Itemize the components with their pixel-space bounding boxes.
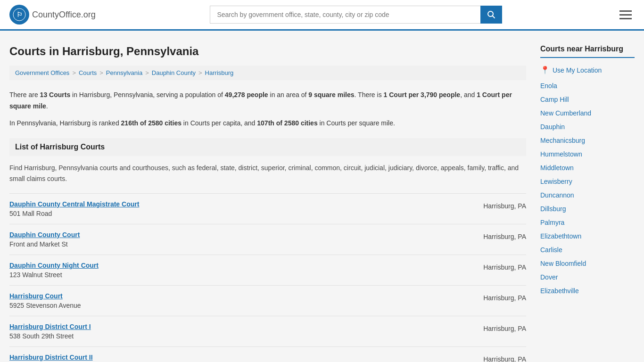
- nearby-city-link[interactable]: Camp Hill: [540, 95, 635, 105]
- court-city: Harrisburg, PA: [483, 231, 526, 240]
- court-link[interactable]: Harrisburg Court: [9, 292, 63, 300]
- use-location: 📍 Use My Location: [540, 66, 635, 74]
- court-city: Harrisburg, PA: [483, 262, 526, 271]
- nearby-city-link[interactable]: Middletown: [540, 163, 635, 173]
- stats-text-2: In Pennsylvania, Harrisburg is ranked 21…: [9, 118, 526, 129]
- search-bar: [210, 6, 502, 24]
- court-name: Dauphin County Night Court 123 Walnut St…: [9, 262, 99, 279]
- search-input[interactable]: [210, 6, 480, 24]
- court-name: Harrisburg District Court I 538 South 29…: [9, 323, 91, 340]
- use-location-link[interactable]: Use My Location: [553, 66, 602, 74]
- court-address: 123 Walnut Street: [9, 271, 99, 279]
- breadcrumb-sep-3: >: [145, 69, 149, 76]
- breadcrumb-sep-2: >: [99, 69, 103, 76]
- list-description: Find Harrisburg, Pennsylvania courts and…: [9, 163, 526, 184]
- nearby-city-link[interactable]: Enola: [540, 81, 635, 91]
- court-link[interactable]: Harrisburg District Court I: [9, 323, 91, 330]
- court-name: Harrisburg Court 5925 Stevenson Avenue: [9, 292, 81, 309]
- sidebar-title: Courts near Harrisburg: [540, 45, 635, 58]
- court-name: Dauphin County Central Magistrate Court …: [9, 200, 139, 217]
- court-count: 13 Courts: [40, 91, 71, 99]
- court-address: 5925 Stevenson Avenue: [9, 302, 81, 309]
- logo: ⚐ CountyOffice.org: [9, 5, 96, 25]
- court-item: Harrisburg Court 5925 Stevenson Avenue H…: [9, 285, 526, 316]
- court-row: Dauphin County Central Magistrate Court …: [9, 200, 526, 217]
- breadcrumb-link-3[interactable]: Pennsylvania: [106, 69, 142, 76]
- nearby-city-link[interactable]: Duncannon: [540, 190, 635, 200]
- court-item: Dauphin County Night Court 123 Walnut St…: [9, 255, 526, 285]
- main-container: Courts in Harrisburg, Pennsylvania Gover…: [0, 31, 644, 362]
- nearby-city-link[interactable]: Mechanicsburg: [540, 136, 635, 146]
- nearby-city-link[interactable]: Dover: [540, 272, 635, 282]
- breadcrumb-link-5[interactable]: Harrisburg: [205, 69, 234, 76]
- content-area: Courts in Harrisburg, Pennsylvania Gover…: [9, 45, 526, 362]
- rank-capita: 216th of 2580 cities: [121, 119, 182, 127]
- svg-text:⚐: ⚐: [17, 11, 23, 18]
- court-item: Harrisburg District Court II 1281 South …: [9, 346, 526, 362]
- location-pin-icon: 📍: [540, 66, 550, 74]
- search-icon: [487, 10, 495, 19]
- courts-list: Dauphin County Central Magistrate Court …: [9, 193, 526, 362]
- breadcrumb: Government Offices > Courts > Pennsylvan…: [9, 66, 526, 80]
- court-city: Harrisburg, PA: [483, 200, 526, 210]
- logo-icon: ⚐: [9, 5, 29, 25]
- court-row: Dauphin County Night Court 123 Walnut St…: [9, 262, 526, 279]
- breadcrumb-link-1[interactable]: Government Offices: [15, 69, 69, 76]
- rank-sqmi: 107th of 2580 cities: [257, 119, 317, 127]
- stats-text-1: There are 13 Courts in Harrisburg, Penns…: [9, 90, 526, 112]
- area: 9 square miles: [308, 91, 354, 99]
- nearby-city-link[interactable]: Palmyra: [540, 218, 635, 228]
- court-city: Harrisburg, PA: [483, 323, 526, 332]
- court-link[interactable]: Dauphin County Night Court: [9, 262, 99, 269]
- nearby-city-link[interactable]: New Cumberland: [540, 108, 635, 118]
- nearby-cities-list: EnolaCamp HillNew CumberlandDauphinMecha…: [540, 81, 635, 296]
- population: 49,278 people: [225, 91, 268, 99]
- court-address: 501 Mall Road: [9, 210, 139, 217]
- breadcrumb-sep-4: >: [198, 69, 202, 76]
- breadcrumb-sep-1: >: [72, 69, 76, 76]
- court-city: Harrisburg, PA: [483, 354, 526, 362]
- nearby-city-link[interactable]: Carlisle: [540, 245, 635, 255]
- court-row: Dauphin County Court Front and Market St…: [9, 231, 526, 248]
- court-row: Harrisburg District Court II 1281 South …: [9, 354, 526, 362]
- menu-icon-line2: [619, 14, 632, 16]
- court-link[interactable]: Dauphin County Court: [9, 231, 80, 239]
- court-address: 538 South 29th Street: [9, 332, 91, 340]
- court-name: Dauphin County Court Front and Market St: [9, 231, 80, 248]
- nearby-city-link[interactable]: Elizabethville: [540, 286, 635, 296]
- search-button[interactable]: [480, 6, 502, 24]
- court-address: Front and Market St: [9, 240, 80, 248]
- list-section-heading: List of Harrisburg Courts: [9, 138, 526, 156]
- court-city: Harrisburg, PA: [483, 292, 526, 302]
- logo-text: CountyOffice.org: [32, 10, 96, 20]
- nearby-city-link[interactable]: Hummelstown: [540, 149, 635, 159]
- court-row: Harrisburg Court 5925 Stevenson Avenue H…: [9, 292, 526, 309]
- menu-icon-line3: [619, 18, 632, 19]
- sidebar: Courts near Harrisburg 📍 Use My Location…: [540, 45, 635, 362]
- court-link[interactable]: Dauphin County Central Magistrate Court: [9, 200, 139, 208]
- nearby-city-link[interactable]: New Bloomfield: [540, 259, 635, 269]
- nearby-city-link[interactable]: Elizabethtown: [540, 231, 635, 241]
- court-name: Harrisburg District Court II 1281 South …: [9, 354, 93, 362]
- court-link[interactable]: Harrisburg District Court II: [9, 354, 93, 361]
- nearby-city-link[interactable]: Dauphin: [540, 122, 635, 132]
- svg-line-3: [493, 16, 495, 18]
- per-pop: 1 Court per 3,790 people: [384, 91, 461, 99]
- breadcrumb-link-4[interactable]: Dauphin County: [152, 69, 196, 76]
- court-item: Dauphin County Court Front and Market St…: [9, 224, 526, 255]
- menu-icon-line1: [619, 10, 632, 12]
- breadcrumb-link-2[interactable]: Courts: [79, 69, 97, 76]
- menu-button[interactable]: [617, 8, 635, 22]
- nearby-city-link[interactable]: Dillsburg: [540, 204, 635, 214]
- nearby-city-link[interactable]: Lewisberry: [540, 177, 635, 187]
- court-item: Dauphin County Central Magistrate Court …: [9, 193, 526, 224]
- page-title: Courts in Harrisburg, Pennsylvania: [9, 45, 526, 58]
- court-row: Harrisburg District Court I 538 South 29…: [9, 323, 526, 340]
- court-item: Harrisburg District Court I 538 South 29…: [9, 316, 526, 346]
- header: ⚐ CountyOffice.org: [0, 0, 644, 31]
